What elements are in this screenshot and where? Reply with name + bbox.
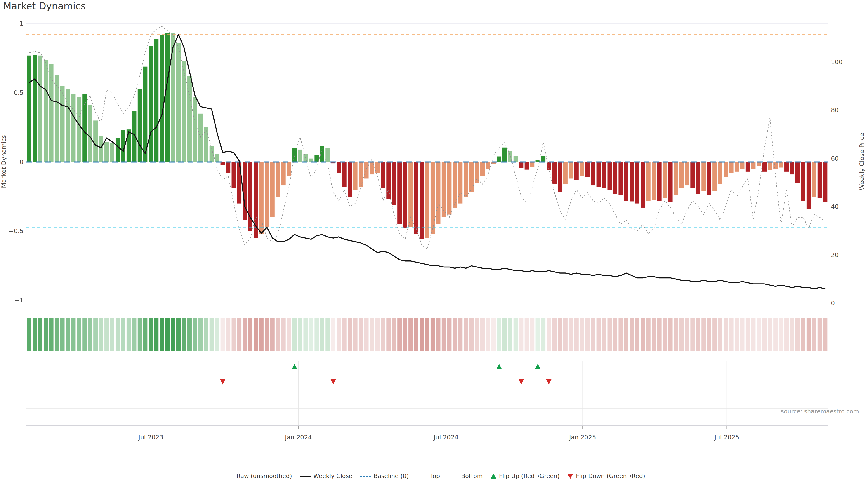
- left-tick-label: −0.5: [8, 228, 24, 234]
- legend-label: Top: [430, 473, 440, 480]
- legend-item-bottom[interactable]: Bottom: [447, 473, 483, 480]
- bar: [458, 162, 463, 203]
- bar: [337, 162, 341, 173]
- heatmap-cell: [746, 318, 750, 351]
- bar: [624, 162, 628, 201]
- bar: [116, 138, 120, 162]
- heatmap-cell: [364, 318, 368, 351]
- bar: [696, 162, 700, 194]
- bar: [552, 162, 557, 184]
- close-line-swatch-icon: [300, 476, 311, 477]
- heatmap-cell: [193, 318, 197, 351]
- legend-item-top[interactable]: Top: [416, 473, 440, 480]
- legend-label: Bottom: [461, 473, 483, 480]
- bar: [149, 46, 153, 162]
- heatmap-cell: [629, 318, 634, 351]
- bar: [359, 162, 363, 187]
- legend: Raw (unsmoothed) Weekly Close Baseline (…: [0, 473, 868, 480]
- bar: [104, 142, 109, 162]
- heatmap-cell: [121, 318, 125, 351]
- legend-item-baseline[interactable]: Baseline (0): [360, 473, 409, 480]
- heatmap-cell: [314, 318, 319, 351]
- heatmap-cell: [807, 318, 811, 351]
- bar: [265, 162, 269, 227]
- heatmap-cell: [585, 318, 590, 351]
- legend-item-weekly-close[interactable]: Weekly Close: [300, 473, 352, 480]
- bar: [160, 35, 164, 162]
- legend-item-flip-up[interactable]: Flip Up (Red→Green): [491, 473, 560, 480]
- legend-item-flip-down[interactable]: Flip Down (Green→Red): [567, 473, 645, 480]
- heatmap-cell: [143, 318, 147, 351]
- heatmap-cell: [353, 318, 358, 351]
- heatmap-cell: [690, 318, 694, 351]
- bar: [27, 56, 31, 162]
- heatmap-cell: [519, 318, 523, 351]
- heatmap-cell: [60, 318, 64, 351]
- heatmap-cell: [425, 318, 429, 351]
- heatmap-cell: [729, 318, 733, 351]
- top-line-swatch-icon: [416, 476, 427, 477]
- bar: [281, 162, 286, 186]
- heatmap-cell: [237, 318, 241, 351]
- x-tick-label: Jan 2025: [569, 434, 596, 441]
- left-tick-label: 1: [20, 20, 24, 27]
- heatmap-cell: [326, 318, 330, 351]
- heatmap-cell: [359, 318, 363, 351]
- heatmap-cell: [707, 318, 711, 351]
- legend-label: Raw (unsmoothed): [237, 473, 292, 480]
- bar: [386, 162, 391, 199]
- heatmap-cell: [762, 318, 767, 351]
- heatmap-cell: [497, 318, 501, 351]
- heatmap-cell: [303, 318, 308, 351]
- legend-item-raw[interactable]: Raw (unsmoothed): [223, 473, 292, 480]
- heatmap-cell: [674, 318, 678, 351]
- chart-canvas[interactable]: Jul 2023Jan 2024Jul 2024Jan 2025Jul 2025…: [0, 0, 868, 488]
- heatmap-cell: [154, 318, 158, 351]
- bar: [602, 162, 606, 188]
- heatmap-cell: [259, 318, 264, 351]
- legend-label: Flip Up (Red→Green): [499, 473, 560, 480]
- heatmap-cell: [536, 318, 540, 351]
- bar: [453, 162, 457, 207]
- bar: [580, 162, 584, 176]
- heatmap-cell: [464, 318, 468, 351]
- heatmap-cell: [773, 318, 778, 351]
- heatmap-cell: [663, 318, 667, 351]
- heatmap-cell: [624, 318, 628, 351]
- heatmap-cell: [82, 318, 87, 351]
- bar: [530, 162, 534, 167]
- heatmap-cell: [226, 318, 230, 351]
- bar: [43, 60, 48, 162]
- bar: [685, 162, 689, 186]
- source-note: source: sharemaestro.com: [781, 408, 859, 415]
- heatmap-cell: [784, 318, 789, 351]
- heatmap-cell: [420, 318, 424, 351]
- bar: [668, 162, 673, 202]
- bar: [663, 162, 667, 198]
- bar: [652, 162, 656, 200]
- heatmap-cell: [480, 318, 485, 351]
- right-tick-label: 20: [831, 252, 839, 258]
- bar: [723, 162, 728, 177]
- bar: [198, 113, 203, 162]
- page-title: Market Dynamics: [3, 0, 86, 11]
- bar: [110, 142, 114, 162]
- bar: [154, 39, 158, 162]
- bar: [38, 56, 42, 162]
- heatmap-cell: [270, 318, 275, 351]
- bar: [646, 162, 651, 201]
- left-tick-label: 0.5: [14, 89, 24, 96]
- bar: [436, 162, 440, 224]
- heatmap-cell: [618, 318, 623, 351]
- left-tick-label: −1: [14, 297, 24, 304]
- heatmap-cell: [138, 318, 142, 351]
- bar: [348, 162, 352, 197]
- bar: [397, 162, 402, 224]
- heatmap-cell: [823, 318, 827, 351]
- bar: [270, 162, 275, 217]
- bar: [259, 162, 264, 234]
- bar: [541, 156, 546, 162]
- heatmap-cell: [149, 318, 153, 351]
- heatmap-cell: [171, 318, 175, 351]
- bar: [33, 55, 37, 162]
